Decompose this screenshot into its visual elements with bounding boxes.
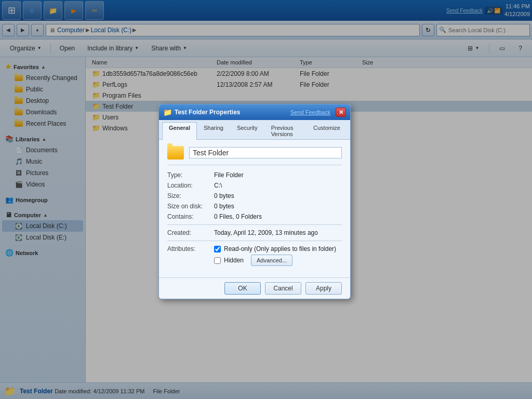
location-value: C:\ [214, 182, 222, 189]
prop-divider-2 [167, 241, 342, 241]
readonly-row: Read-only (Only applies to files in fold… [214, 245, 336, 252]
hidden-label: Hidden [224, 257, 244, 264]
dialog-titlebar: 📁 Test Folder Properties Send Feedback ✕ [159, 104, 350, 120]
dialog-close-button[interactable]: ✕ [336, 108, 346, 117]
readonly-label: Read-only (Only applies to files in fold… [224, 245, 336, 252]
folder-name-input[interactable] [189, 147, 342, 158]
dialog-folder-icon: 📁 [163, 108, 171, 116]
folder-header [167, 146, 342, 165]
tab-general[interactable]: General [162, 122, 197, 140]
attributes-row: Attributes: Read-only (Only applies to f… [167, 245, 342, 268]
cancel-button[interactable]: Cancel [265, 282, 301, 295]
attributes-label: Attributes: [167, 245, 214, 268]
dialog-title: Test Folder Properties [175, 109, 287, 116]
readonly-checkbox[interactable] [214, 246, 221, 252]
size-row: Size: 0 bytes [167, 192, 342, 200]
created-label: Created: [167, 229, 214, 236]
tab-sharing[interactable]: Sharing [197, 122, 230, 139]
dialog-tabs: General Sharing Security Previous Versio… [159, 120, 350, 140]
advanced-button[interactable]: Advanced... [251, 255, 292, 266]
apply-button[interactable]: Apply [305, 282, 342, 295]
dialog-body: Type: File Folder Location: C:\ Size: 0 … [159, 140, 350, 277]
dialog-send-feedback-link[interactable]: Send Feedback [290, 109, 330, 115]
type-value: File Folder [214, 171, 244, 179]
tab-security[interactable]: Security [230, 122, 264, 139]
created-value: Today, April 12, 2009, 13 minutes ago [214, 229, 318, 236]
attributes-controls: Read-only (Only applies to files in fold… [214, 245, 336, 268]
size-label: Size: [167, 192, 214, 200]
location-row: Location: C:\ [167, 182, 342, 189]
properties-dialog: 📁 Test Folder Properties Send Feedback ✕… [158, 104, 351, 299]
created-row: Created: Today, April 12, 2009, 13 minut… [167, 229, 342, 236]
contains-label: Contains: [167, 213, 214, 220]
size-on-disk-row: Size on disk: 0 bytes [167, 203, 342, 210]
size-on-disk-label: Size on disk: [167, 203, 214, 210]
location-label: Location: [167, 182, 214, 189]
prop-divider-1 [167, 224, 342, 225]
tab-customize[interactable]: Customize [307, 122, 347, 139]
size-value: 0 bytes [214, 192, 234, 200]
contains-value: 0 Files, 0 Folders [214, 213, 262, 220]
contains-row: Contains: 0 Files, 0 Folders [167, 213, 342, 220]
dialog-large-folder-icon [167, 146, 184, 159]
type-label: Type: [167, 171, 214, 179]
hidden-row: Hidden Advanced... [214, 255, 336, 266]
size-on-disk-value: 0 bytes [214, 203, 234, 210]
type-row: Type: File Folder [167, 171, 342, 179]
dialog-footer: OK Cancel Apply [159, 277, 350, 299]
hidden-checkbox[interactable] [214, 257, 221, 264]
ok-button[interactable]: OK [224, 282, 261, 295]
tab-previous-versions[interactable]: Previous Versions [264, 122, 307, 139]
